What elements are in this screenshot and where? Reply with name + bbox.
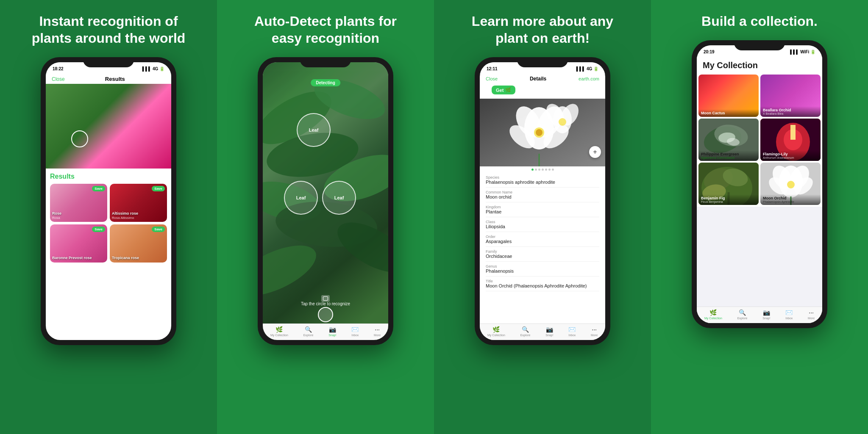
tab-more-4[interactable]: ··· More (808, 309, 815, 320)
results-grid: Rose Rosa Save Altissimo rose Rosa Altis… (50, 184, 167, 263)
phone-frame-4: 20:19 ▌▌▌ WiFi 🔋 My Collection Moon Cact… (692, 40, 827, 328)
save-btn-baronne[interactable]: Save (92, 227, 105, 232)
dot-4 (542, 169, 544, 171)
info-genus: Genus Phalaenopsis (486, 262, 599, 276)
result-name-rose: Rose (52, 211, 61, 216)
details-close-btn[interactable]: Close (486, 76, 498, 81)
tab-inbox-4[interactable]: ✉️ Inbox (785, 309, 793, 320)
plant-hero-image-1 (46, 84, 171, 169)
svg-point-16 (536, 129, 542, 136)
result-sub-rose: Rosa (52, 216, 61, 220)
panel-auto-detect: Auto-Detect plants for easy recognition (217, 0, 434, 434)
phone-notch-2 (300, 57, 351, 67)
info-order: Order Asparagales (486, 232, 599, 247)
cc-label-moon-orchid: Moon Orchid Phalaenopsis Aphrodite (760, 194, 821, 205)
panel-instant-recognition: Instant recognition of plants around the… (0, 0, 217, 434)
save-btn-rose[interactable]: Save (92, 186, 105, 191)
tab-explore-4[interactable]: 🔍 Explore (737, 309, 748, 320)
get-label: Get (496, 88, 504, 93)
leaf-circle-bottom-right[interactable]: Leaf (322, 181, 356, 215)
tab-more-2[interactable]: ··· More (374, 326, 381, 337)
panel-1-title: Instant recognition of plants around the… (28, 13, 189, 47)
phone-frame-2: Detecting Leaf Leaf Leaf Tap the circle … (258, 57, 393, 345)
results-label: Results (50, 173, 167, 180)
tab-collection-2[interactable]: 🌿 My Collection (270, 326, 288, 337)
tab-collection-3[interactable]: 🌿 My Collection (487, 326, 505, 337)
tab-explore-3[interactable]: 🔍 Explore (520, 326, 531, 337)
info-family: Family Orchidaceae (486, 247, 599, 262)
leaf-circle-top[interactable]: Leaf (297, 113, 331, 147)
time-1: 18:22 (53, 66, 64, 71)
info-common-name: Common Name Moon orchid (486, 188, 599, 202)
tab-snap-3[interactable]: 📷 Snap! (545, 326, 553, 337)
results-section: Results Rose Rosa Save (46, 169, 171, 265)
leaf-label-top: Leaf (309, 127, 319, 133)
svg-rect-30 (790, 125, 796, 140)
result-card-rose[interactable]: Rose Rosa Save (50, 184, 107, 222)
detecting-badge: Detecting (311, 79, 340, 86)
detect-circle-1[interactable] (71, 130, 88, 147)
collection-title: My Collection (697, 57, 822, 73)
svg-point-43 (787, 181, 795, 188)
collection-card-philippine[interactable]: Philippine Evergreen Aglaonema Commutatu… (698, 119, 759, 161)
plant-info-list: Species Phalaenopsis aphrodite aphrodite… (480, 173, 605, 291)
collection-card-moon-orchid[interactable]: Moon Orchid Phalaenopsis Aphrodite (760, 163, 821, 205)
plus-button[interactable]: + (589, 146, 601, 158)
phone-screen-3: 12:11 ▌▌▌ 4G 🔋 Close Details earth.com G… (480, 62, 605, 340)
dot-5 (545, 169, 547, 171)
phone-screen-1: 18:22 ▌▌▌ 4G 🔋 Close Results Results Ros… (46, 62, 171, 340)
result-card-altissimo[interactable]: Altissimo rose Rosa Altissimo Save (110, 184, 167, 222)
cc-label-flamingo: Flamingo-Lily Anthurium Andraeanum (760, 150, 821, 161)
phone-screen-2: Detecting Leaf Leaf Leaf Tap the circle … (263, 62, 388, 340)
phone-frame-3: 12:11 ▌▌▌ 4G 🔋 Close Details earth.com G… (475, 57, 610, 345)
info-kingdom: Kingdom Plantae (486, 202, 599, 217)
collection-card-flamingo[interactable]: Flamingo-Lily Anthurium Andraeanum (760, 119, 821, 161)
cc-label-philippine: Philippine Evergreen Aglaonema Commutatu… (698, 150, 759, 161)
dots-indicator (480, 166, 605, 173)
tab-collection-4[interactable]: 🌿 My Collection (704, 309, 722, 320)
dot-1 (531, 169, 534, 171)
info-class: Class Liliopsida (486, 217, 599, 232)
collection-screen: My Collection Moon Cactus Beallara Orchi… (697, 57, 822, 323)
orchid-hero-image: Moon orchid + (480, 99, 605, 166)
save-btn-altissimo[interactable]: Save (152, 186, 165, 191)
details-nav: Close Details earth.com (480, 74, 605, 83)
phone-frame-1: 18:22 ▌▌▌ 4G 🔋 Close Results Results Ros… (41, 57, 176, 345)
signal-1: ▌▌▌ 4G 🔋 (142, 66, 164, 71)
tab-explore-2[interactable]: 🔍 Explore (303, 326, 314, 337)
dot-7 (552, 169, 554, 171)
result-card-baronne[interactable]: Baronne Prevost rose Save (50, 224, 107, 263)
tab-snap-2[interactable]: 📷 Snap! (328, 326, 336, 337)
collection-card-benjamin[interactable]: Benjamin Fig Ficus Benjamina (698, 163, 759, 205)
cc-label-moon-cactus: Moon Cactus (698, 109, 759, 117)
details-link[interactable]: earth.com (579, 76, 599, 81)
panel-3-title: Learn more about any plant on earth! (462, 13, 623, 47)
tab-inbox-2[interactable]: ✉️ Inbox (351, 326, 359, 337)
get-button[interactable]: Get 🌿 (492, 86, 515, 94)
tab-bar-4: 🌿 My Collection 🔍 Explore 📷 Snap! ✉️ Inb… (697, 307, 822, 323)
info-species: Species Phalaenopsis aphrodite aphrodite (486, 173, 599, 188)
leaf-circle-bottom-left[interactable]: Leaf (284, 181, 318, 215)
save-btn-tropicana[interactable]: Save (152, 227, 165, 232)
phone-screen-4: 20:19 ▌▌▌ WiFi 🔋 My Collection Moon Cact… (697, 45, 822, 323)
tap-instruction: Tap the circle to recognize (301, 301, 350, 306)
ar-camera-view: Detecting Leaf Leaf Leaf Tap the circle … (263, 62, 388, 340)
collection-card-moon-cactus[interactable]: Moon Cactus (698, 75, 759, 117)
dot-2 (535, 169, 537, 171)
phone-notch-3 (517, 57, 568, 67)
close-btn-1[interactable]: Close (52, 76, 65, 82)
phone-notch-1 (83, 57, 134, 67)
collection-grid: Moon Cactus Beallara Orchid X Beallara B… (697, 73, 822, 207)
tab-snap-4[interactable]: 📷 Snap! (762, 309, 770, 320)
result-name-tropicana: Tropicana rose (112, 256, 139, 260)
camera-shutter[interactable] (318, 307, 333, 322)
details-nav-title: Details (530, 76, 546, 82)
time-3: 12:11 (487, 66, 498, 71)
tab-inbox-3[interactable]: ✉️ Inbox (568, 326, 576, 337)
phone-notch-4 (734, 40, 785, 50)
leaf-label-bottom-right: Leaf (334, 195, 344, 200)
tab-more-3[interactable]: ··· More (591, 326, 598, 337)
collection-card-beallara[interactable]: Beallara Orchid X Beallara Blira (760, 75, 821, 117)
dot-3 (538, 169, 540, 171)
result-card-tropicana[interactable]: Tropicana rose Save (110, 224, 167, 263)
